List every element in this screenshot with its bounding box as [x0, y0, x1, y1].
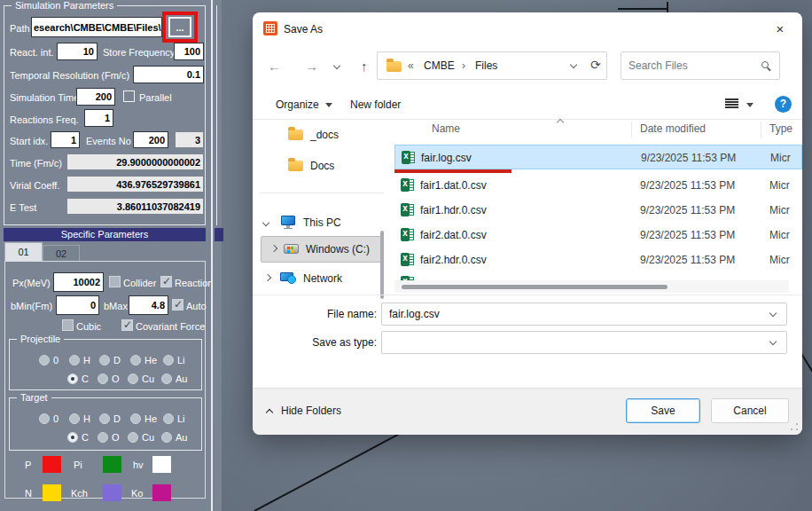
target-radio-o[interactable]: [98, 432, 108, 443]
projectile-radio-c[interactable]: [67, 373, 78, 384]
time-field: 29.9000000000002: [66, 153, 204, 170]
new-folder-button[interactable]: New folder: [350, 98, 401, 111]
resize-grip[interactable]: [791, 423, 798, 430]
cancel-button[interactable]: Cancel: [711, 398, 789, 423]
store-frequency-input[interactable]: 100: [174, 43, 204, 60]
network-expand-icon[interactable]: [264, 274, 271, 281]
target-radio-cu[interactable]: [128, 432, 138, 443]
path-input[interactable]: esearch\CMBE\CMBE\Files\fair: [31, 17, 162, 37]
column-header-type[interactable]: Type: [769, 122, 792, 135]
target-radio-li[interactable]: [163, 413, 174, 424]
legend-hv-label: hv: [133, 460, 144, 470]
file-row[interactable]: fair1.hdr.0.csv 9/23/2025 11:53 PM Micr: [394, 198, 802, 223]
projectile-radio-au[interactable]: [161, 373, 172, 384]
hide-folders-button[interactable]: Hide Folders: [281, 405, 341, 417]
target-radio-au[interactable]: [161, 432, 172, 443]
bmin-input[interactable]: 0: [56, 295, 99, 315]
file-row-partial[interactable]: [394, 272, 802, 280]
file-list-hscrollbar-thumb[interactable]: [402, 285, 668, 289]
tab-01-label: 01: [18, 247, 28, 257]
address-dropdown-icon[interactable]: [570, 61, 577, 68]
column-header-name[interactable]: Name: [432, 122, 460, 135]
file-name-input[interactable]: [389, 306, 761, 322]
virial-coeff-label: Virial Coeff.: [10, 180, 59, 191]
legend-hv-swatch[interactable]: [152, 456, 171, 473]
simulation-time-input[interactable]: 200: [76, 88, 115, 106]
view-mode-icon[interactable]: [725, 98, 738, 100]
projectile-radio-h[interactable]: [69, 355, 80, 366]
help-icon[interactable]: [775, 96, 792, 113]
address-bar[interactable]: « CMBE › Files ⟳: [377, 51, 607, 80]
target-radio-h[interactable]: [69, 413, 80, 424]
save-as-type-input[interactable]: [389, 334, 761, 350]
sidebar-item-windows-c[interactable]: Windows (C:): [306, 243, 370, 256]
file-row[interactable]: fair1.dat.0.csv 9/23/2025 11:53 PM Micr: [394, 173, 802, 198]
sidebar-scrollbar[interactable]: [380, 231, 384, 299]
events-no-input[interactable]: 200: [133, 131, 168, 148]
px-input[interactable]: 10002: [53, 272, 104, 292]
forward-icon[interactable]: →: [305, 59, 318, 74]
reactions-checkbox[interactable]: [160, 276, 172, 287]
up-icon[interactable]: ↑: [361, 59, 368, 74]
file-row-selected[interactable]: fair.log.csv 9/23/2025 11:53 PM Micr: [394, 145, 802, 169]
search-input[interactable]: [629, 56, 753, 75]
reactions-freq-input[interactable]: 1: [84, 109, 113, 127]
temporal-resolution-input[interactable]: 0.1: [133, 66, 204, 83]
breadcrumb-overflow[interactable]: «: [408, 59, 414, 72]
projectile-radio-o[interactable]: [98, 373, 108, 384]
projectile-radio-cu[interactable]: [128, 373, 138, 384]
bmax-input[interactable]: 4.8: [129, 295, 168, 315]
target-radio-he[interactable]: [130, 413, 141, 424]
legend-n-swatch[interactable]: [43, 484, 61, 501]
sidebar-item-docs1[interactable]: _docs: [310, 129, 339, 141]
search-box[interactable]: [621, 51, 780, 80]
save-button[interactable]: Save: [626, 398, 700, 423]
csv-file-icon: [401, 178, 414, 192]
file-name-combo[interactable]: [381, 303, 787, 326]
file-name-label: File name:: [306, 308, 377, 320]
start-idx-input[interactable]: 1: [51, 131, 80, 148]
projectile-radio-d[interactable]: [99, 355, 110, 366]
auto-checkbox[interactable]: [172, 299, 183, 311]
save-as-type-dropdown-icon[interactable]: [769, 338, 777, 345]
sidebar-item-network[interactable]: Network: [303, 272, 342, 285]
close-icon[interactable]: ×: [765, 16, 795, 41]
parallel-checkbox[interactable]: [123, 90, 135, 102]
breadcrumb-item-cmbe[interactable]: CMBE: [424, 59, 455, 72]
legend-kch-swatch[interactable]: [103, 484, 121, 501]
target-radio-d[interactable]: [99, 413, 110, 424]
back-icon[interactable]: ←: [268, 59, 281, 74]
save-as-type-combo[interactable]: [381, 331, 787, 354]
collider-checkbox[interactable]: [109, 276, 121, 287]
target-groupbox: Target: [9, 397, 202, 451]
breadcrumb-item-files[interactable]: Files: [475, 59, 497, 72]
legend-p-swatch[interactable]: [43, 456, 61, 473]
projectile-radio-li[interactable]: [163, 355, 174, 366]
projectile-radio-he[interactable]: [130, 355, 141, 366]
refresh-icon[interactable]: ⟳: [590, 58, 601, 72]
tab-02[interactable]: 02: [43, 245, 80, 261]
projectile-radio-0[interactable]: [39, 355, 50, 366]
target-radio-0[interactable]: [39, 413, 50, 424]
legend-ko-swatch[interactable]: [152, 484, 171, 501]
tab-01[interactable]: 01: [4, 242, 43, 261]
react-int-input[interactable]: 10: [57, 43, 98, 60]
target-label-d: D: [113, 413, 121, 424]
organize-button[interactable]: Organize: [276, 98, 319, 111]
legend-pi-swatch[interactable]: [103, 456, 121, 473]
file-row[interactable]: fair2.dat.0.csv 9/23/2025 11:53 PM Micr: [394, 223, 802, 248]
sidebar-item-this-pc[interactable]: This PC: [303, 216, 341, 229]
column-header-date[interactable]: Date modified: [640, 122, 706, 135]
file-row[interactable]: fair2.hdr.0.csv 9/23/2025 11:53 PM Micr: [394, 248, 802, 272]
covariant-force-checkbox[interactable]: [121, 319, 133, 331]
this-pc-expand-icon[interactable]: [262, 219, 269, 226]
file-name-dropdown-icon[interactable]: [769, 310, 777, 317]
cubic-checkbox[interactable]: [62, 319, 74, 331]
projectile-label-h: H: [83, 355, 90, 366]
target-radio-c[interactable]: [67, 432, 78, 443]
projectile-label-0: 0: [53, 355, 59, 366]
sidebar-item-docs2[interactable]: Docs: [310, 160, 334, 172]
store-frequency-label: Store Frequency: [103, 47, 175, 58]
view-mode-dropdown-icon[interactable]: [746, 103, 753, 107]
recent-locations-icon[interactable]: [333, 62, 340, 69]
